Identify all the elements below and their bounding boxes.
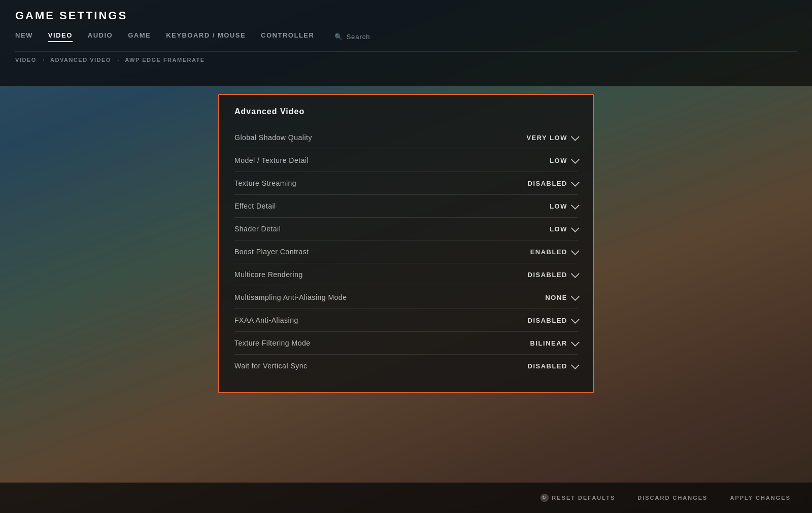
setting-value-text-texture-streaming: DISABLED bbox=[528, 180, 567, 187]
setting-label-global-shadow-quality: Global Shadow Quality bbox=[234, 133, 312, 142]
setting-label-fxaa-anti-aliasing: FXAA Anti-Aliasing bbox=[234, 316, 298, 324]
setting-row-effect-detail[interactable]: Effect DetailLOW bbox=[234, 195, 578, 218]
setting-value-text-boost-player-contrast: ENABLED bbox=[530, 248, 567, 256]
setting-label-model-texture-detail: Model / Texture Detail bbox=[234, 156, 309, 164]
setting-value-msaa-mode[interactable]: NONE bbox=[545, 294, 578, 301]
panel-title: Advanced Video bbox=[234, 107, 578, 116]
discard-changes-button[interactable]: DISCARD CHANGES bbox=[631, 492, 714, 504]
setting-label-texture-streaming: Texture Streaming bbox=[234, 179, 296, 187]
chevron-down-icon bbox=[571, 269, 580, 278]
advanced-video-panel: Advanced Video Global Shadow QualityVERY… bbox=[218, 94, 594, 393]
apply-changes-button[interactable]: APPLY CHANGES bbox=[724, 492, 797, 504]
discard-label: DISCARD CHANGES bbox=[637, 495, 707, 501]
chevron-down-icon bbox=[571, 201, 580, 210]
setting-row-global-shadow-quality[interactable]: Global Shadow QualityVERY LOW bbox=[234, 126, 578, 149]
breadcrumb: Video›Advanced Video›AWP Edge Framerate bbox=[15, 51, 797, 63]
setting-value-boost-player-contrast[interactable]: ENABLED bbox=[530, 248, 578, 256]
setting-value-text-wait-vertical-sync: DISABLED bbox=[528, 362, 567, 370]
setting-label-shader-detail: Shader Detail bbox=[234, 225, 281, 233]
breadcrumb-item-1[interactable]: Advanced Video bbox=[50, 57, 111, 63]
chevron-down-icon bbox=[571, 247, 580, 255]
setting-row-texture-filtering-mode[interactable]: Texture Filtering ModeBILINEAR bbox=[234, 332, 578, 355]
setting-value-model-texture-detail[interactable]: LOW bbox=[550, 157, 578, 164]
setting-label-boost-player-contrast: Boost Player Contrast bbox=[234, 248, 309, 256]
setting-row-model-texture-detail[interactable]: Model / Texture DetailLOW bbox=[234, 149, 578, 172]
search-button[interactable]: 🔍 Search bbox=[334, 33, 370, 41]
setting-value-text-msaa-mode: NONE bbox=[545, 294, 567, 301]
nav-tab-controller[interactable]: Controller bbox=[261, 31, 314, 42]
setting-value-texture-filtering-mode[interactable]: BILINEAR bbox=[530, 339, 578, 347]
setting-value-text-fxaa-anti-aliasing: DISABLED bbox=[528, 317, 567, 324]
setting-row-fxaa-anti-aliasing[interactable]: FXAA Anti-AliasingDISABLED bbox=[234, 309, 578, 332]
chevron-down-icon bbox=[571, 361, 580, 369]
setting-value-global-shadow-quality[interactable]: VERY LOW bbox=[526, 134, 578, 142]
setting-value-text-global-shadow-quality: VERY LOW bbox=[526, 134, 567, 142]
nav-tab-new[interactable]: New bbox=[15, 31, 33, 42]
nav-tab-audio[interactable]: Audio bbox=[88, 31, 113, 42]
reset-defaults-button[interactable]: ↻ RESET DEFAULTS bbox=[534, 491, 621, 505]
setting-row-texture-streaming[interactable]: Texture StreamingDISABLED bbox=[234, 172, 578, 195]
setting-value-text-multicore-rendering: DISABLED bbox=[528, 271, 567, 279]
setting-value-shader-detail[interactable]: LOW bbox=[550, 225, 578, 233]
chevron-down-icon bbox=[571, 315, 580, 324]
setting-value-text-shader-detail: LOW bbox=[550, 225, 567, 233]
setting-row-msaa-mode[interactable]: Multisampling Anti-Aliasing ModeNONE bbox=[234, 286, 578, 309]
chevron-down-icon bbox=[571, 178, 580, 187]
setting-value-wait-vertical-sync[interactable]: DISABLED bbox=[528, 362, 578, 370]
setting-label-wait-vertical-sync: Wait for Vertical Sync bbox=[234, 362, 308, 370]
setting-value-effect-detail[interactable]: LOW bbox=[550, 202, 578, 210]
apply-label: APPLY CHANGES bbox=[730, 495, 791, 501]
setting-value-text-effect-detail: LOW bbox=[550, 202, 567, 210]
footer: ↻ RESET DEFAULTS DISCARD CHANGES APPLY C… bbox=[0, 483, 812, 513]
nav-tab-game[interactable]: Game bbox=[128, 31, 151, 42]
nav-tabs: NewVideoAudioGameKeyboard / MouseControl… bbox=[15, 31, 797, 42]
setting-value-texture-streaming[interactable]: DISABLED bbox=[528, 180, 578, 187]
chevron-down-icon bbox=[571, 338, 580, 347]
setting-row-wait-vertical-sync[interactable]: Wait for Vertical SyncDISABLED bbox=[234, 355, 578, 377]
reset-icon: ↻ bbox=[540, 494, 549, 502]
breadcrumb-separator: › bbox=[117, 57, 119, 63]
setting-value-multicore-rendering[interactable]: DISABLED bbox=[528, 271, 578, 279]
breadcrumb-separator: › bbox=[43, 57, 44, 63]
search-label: Search bbox=[346, 33, 370, 41]
app-title: GAME SETTINGS bbox=[15, 9, 797, 22]
nav-tab-video[interactable]: Video bbox=[48, 31, 73, 42]
setting-row-multicore-rendering[interactable]: Multicore RenderingDISABLED bbox=[234, 263, 578, 286]
setting-row-boost-player-contrast[interactable]: Boost Player ContrastENABLED bbox=[234, 241, 578, 263]
chevron-down-icon bbox=[571, 132, 580, 141]
setting-label-effect-detail: Effect Detail bbox=[234, 202, 276, 210]
settings-list: Global Shadow QualityVERY LOWModel / Tex… bbox=[234, 126, 578, 377]
header: GAME SETTINGS NewVideoAudioGameKeyboard … bbox=[0, 0, 812, 86]
setting-label-texture-filtering-mode: Texture Filtering Mode bbox=[234, 339, 311, 347]
chevron-down-icon bbox=[571, 224, 580, 232]
setting-row-shader-detail[interactable]: Shader DetailLOW bbox=[234, 218, 578, 241]
nav-tab-keyboard-mouse[interactable]: Keyboard / Mouse bbox=[166, 31, 246, 42]
chevron-down-icon bbox=[571, 155, 580, 164]
reset-label: RESET DEFAULTS bbox=[552, 495, 615, 501]
search-icon: 🔍 bbox=[334, 33, 343, 41]
breadcrumb-item-0[interactable]: Video bbox=[15, 57, 37, 63]
setting-value-text-texture-filtering-mode: BILINEAR bbox=[530, 339, 567, 347]
chevron-down-icon bbox=[571, 292, 580, 301]
setting-label-multicore-rendering: Multicore Rendering bbox=[234, 270, 303, 279]
setting-label-msaa-mode: Multisampling Anti-Aliasing Mode bbox=[234, 293, 347, 301]
setting-value-text-model-texture-detail: LOW bbox=[550, 157, 567, 164]
setting-value-fxaa-anti-aliasing[interactable]: DISABLED bbox=[528, 317, 578, 324]
breadcrumb-item-2[interactable]: AWP Edge Framerate bbox=[125, 57, 205, 63]
